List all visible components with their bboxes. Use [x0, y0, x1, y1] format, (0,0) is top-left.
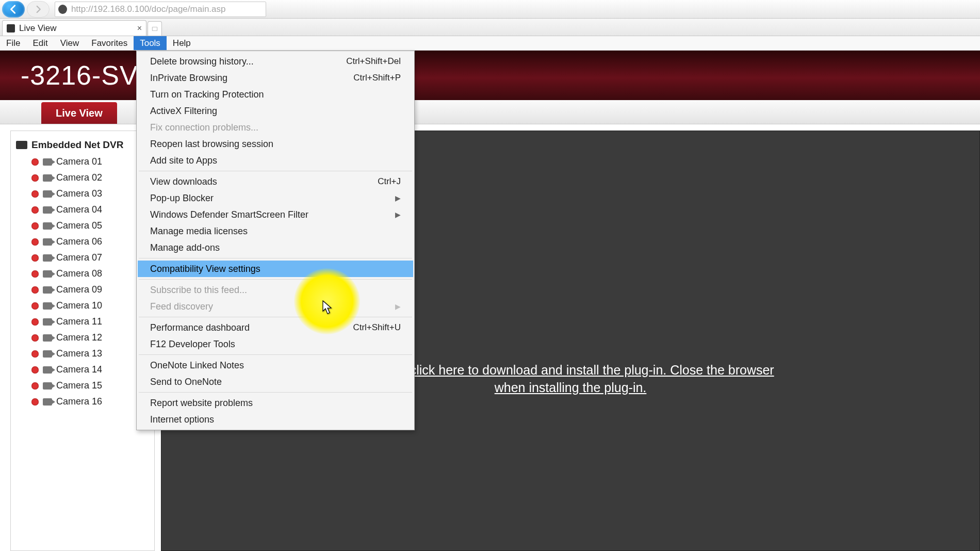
- camera-icon: [43, 398, 52, 406]
- dd-separator: [139, 258, 412, 258]
- dd-media-licenses[interactable]: Manage media licenses: [138, 223, 413, 239]
- record-icon: [31, 334, 39, 342]
- menu-bar: File Edit View Favorites Tools Help: [0, 36, 980, 51]
- camera-node[interactable]: Camera 16: [11, 394, 154, 410]
- menu-favorites[interactable]: Favorites: [85, 36, 134, 50]
- new-tab-button[interactable]: [148, 21, 162, 36]
- camera-node[interactable]: Camera 09: [11, 282, 154, 298]
- dd-perf-dashboard[interactable]: Performance dashboard Ctrl+Shift+U: [138, 319, 413, 336]
- record-icon: [31, 206, 39, 214]
- chevron-right-icon: ▶: [395, 302, 401, 311]
- camera-node[interactable]: Camera 03: [11, 186, 154, 202]
- dd-defender[interactable]: Windows Defender SmartScreen Filter ▶: [138, 206, 413, 223]
- dvr-icon: [16, 141, 27, 149]
- camera-icon: [43, 382, 52, 390]
- tab-favicon: [7, 24, 15, 33]
- dd-tracking[interactable]: Turn on Tracking Protection: [138, 86, 413, 103]
- record-icon: [31, 222, 39, 230]
- camera-node[interactable]: Camera 11: [11, 314, 154, 330]
- camera-label: Camera 06: [56, 236, 102, 247]
- dd-report-problems[interactable]: Report website problems: [138, 395, 413, 411]
- camera-label: Camera 11: [56, 316, 102, 327]
- dd-label: Fix connection problems...: [150, 122, 258, 133]
- dd-label: Subscribe to this feed...: [150, 285, 247, 296]
- dd-popup-blocker[interactable]: Pop-up Blocker ▶: [138, 190, 413, 206]
- camera-node[interactable]: Camera 13: [11, 346, 154, 362]
- address-input[interactable]: [71, 4, 263, 14]
- dd-label: Delete browsing history...: [150, 56, 254, 67]
- dd-label: ActiveX Filtering: [150, 106, 217, 117]
- dd-label: Windows Defender SmartScreen Filter: [150, 209, 308, 220]
- menu-tools[interactable]: Tools: [134, 36, 167, 50]
- record-icon: [31, 158, 39, 166]
- record-icon: [31, 302, 39, 310]
- dd-shortcut: Ctrl+Shift+P: [353, 73, 401, 83]
- tree-root[interactable]: Embedded Net DVR: [11, 136, 154, 154]
- back-button[interactable]: [2, 1, 25, 18]
- camera-node[interactable]: Camera 12: [11, 330, 154, 346]
- tab-live-view[interactable]: Live View: [41, 102, 117, 124]
- camera-label: Camera 13: [56, 348, 102, 359]
- camera-icon: [43, 318, 52, 326]
- camera-node[interactable]: Camera 01: [11, 154, 154, 170]
- dd-onenote-send[interactable]: Send to OneNote: [138, 374, 413, 390]
- dd-inprivate[interactable]: InPrivate Browsing Ctrl+Shift+P: [138, 70, 413, 86]
- dd-separator: [139, 171, 412, 171]
- dd-activex[interactable]: ActiveX Filtering: [138, 103, 413, 119]
- record-icon: [31, 270, 39, 278]
- menu-view[interactable]: View: [54, 36, 86, 50]
- dd-separator: [139, 392, 412, 393]
- forward-button[interactable]: [27, 1, 50, 18]
- camera-label: Camera 12: [56, 332, 102, 343]
- dd-label: Report website problems: [150, 398, 253, 409]
- camera-node[interactable]: Camera 06: [11, 234, 154, 250]
- camera-icon: [43, 254, 52, 262]
- camera-label: Camera 02: [56, 172, 102, 183]
- dd-compat-view[interactable]: Compatibility View settings: [138, 261, 413, 277]
- menu-edit[interactable]: Edit: [26, 36, 54, 50]
- camera-node[interactable]: Camera 02: [11, 170, 154, 186]
- camera-node[interactable]: Camera 04: [11, 202, 154, 218]
- dd-internet-options[interactable]: Internet options: [138, 411, 413, 428]
- dd-subscribe-feed: Subscribe to this feed...: [138, 282, 413, 298]
- camera-node[interactable]: Camera 08: [11, 266, 154, 282]
- dd-onenote-linked[interactable]: OneNote Linked Notes: [138, 357, 413, 374]
- close-tab-icon[interactable]: ×: [137, 24, 142, 33]
- menu-help[interactable]: Help: [167, 36, 197, 50]
- record-icon: [31, 366, 39, 374]
- browser-tab[interactable]: Live View ×: [2, 20, 146, 36]
- camera-icon: [43, 174, 52, 182]
- camera-label: Camera 16: [56, 396, 102, 407]
- dd-delete-history[interactable]: Delete browsing history... Ctrl+Shift+De…: [138, 53, 413, 70]
- dd-addons[interactable]: Manage add-ons: [138, 239, 413, 256]
- dd-add-apps[interactable]: Add site to Apps: [138, 152, 413, 169]
- camera-node[interactable]: Camera 05: [11, 218, 154, 234]
- record-icon: [31, 254, 39, 262]
- dd-feed-discovery: Feed discovery ▶: [138, 298, 413, 315]
- camera-tree[interactable]: Embedded Net DVR Camera 01Camera 02Camer…: [10, 131, 155, 551]
- dd-label: InPrivate Browsing: [150, 73, 227, 84]
- dd-label: Manage add-ons: [150, 242, 220, 253]
- camera-node[interactable]: Camera 14: [11, 362, 154, 378]
- dd-f12[interactable]: F12 Developer Tools: [138, 336, 413, 352]
- camera-node[interactable]: Camera 07: [11, 250, 154, 266]
- tools-dropdown: Delete browsing history... Ctrl+Shift+De…: [136, 51, 415, 430]
- record-icon: [31, 318, 39, 326]
- record-icon: [31, 398, 39, 406]
- plugin-download-link[interactable]: Please click here to download and instal…: [359, 362, 782, 397]
- camera-icon: [43, 270, 52, 278]
- menu-file[interactable]: File: [0, 36, 26, 50]
- camera-label: Camera 01: [56, 156, 102, 167]
- record-icon: [31, 174, 39, 182]
- dd-view-downloads[interactable]: View downloads Ctrl+J: [138, 173, 413, 190]
- dd-reopen[interactable]: Reopen last browsing session: [138, 136, 413, 152]
- address-bar[interactable]: [55, 2, 266, 17]
- dd-label: Manage media licenses: [150, 226, 248, 237]
- camera-label: Camera 09: [56, 284, 102, 295]
- camera-node[interactable]: Camera 10: [11, 298, 154, 314]
- camera-node[interactable]: Camera 15: [11, 378, 154, 394]
- tree-root-label: Embedded Net DVR: [31, 139, 123, 151]
- site-icon: [58, 5, 67, 14]
- record-icon: [31, 190, 39, 198]
- dd-label: Performance dashboard: [150, 322, 250, 333]
